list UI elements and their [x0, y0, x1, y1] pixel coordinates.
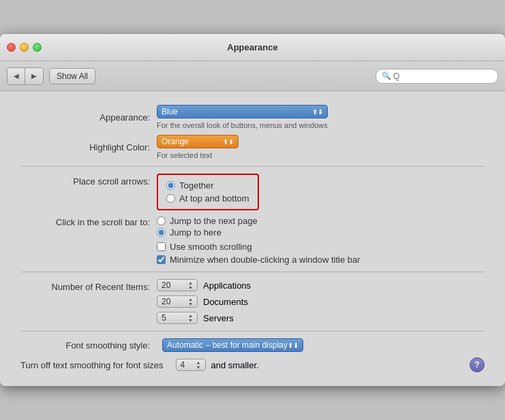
divider-1 — [20, 166, 485, 167]
appearance-controls: Blue ⬆⬇ For the overall look of buttons,… — [157, 105, 328, 129]
highlight-color-row: Highlight Color: Orange ⬆⬇ For selected … — [20, 135, 485, 159]
applications-value: 20 — [162, 280, 170, 290]
scroll-topbottom-label: At top and bottom — [179, 193, 249, 204]
text-smoothing-stepper[interactable]: 4 ▲ ▼ — [176, 359, 206, 371]
toolbar: ◀ ▶ Show All 🔍 — [0, 61, 505, 91]
main-window: Appearance ◀ ▶ Show All 🔍 Appearance: Bl… — [0, 34, 505, 386]
minimize-row: Minimize when double-clicking a window t… — [157, 255, 361, 265]
minimize-checkbox[interactable] — [157, 255, 166, 264]
minimize-section: Minimize when double-clicking a window t… — [157, 255, 485, 265]
applications-down-arrow: ▼ — [188, 285, 193, 290]
highlight-color-select[interactable]: Orange ⬆⬇ — [157, 135, 239, 148]
click-jump-here-radio[interactable] — [157, 228, 166, 237]
search-box[interactable]: 🔍 — [376, 69, 498, 84]
font-smoothing-arrow: ⬆⬇ — [288, 342, 299, 349]
servers-up-arrow: ▲ — [188, 313, 193, 318]
content-area: Appearance: Blue ⬆⬇ For the overall look… — [0, 91, 505, 386]
maximize-button[interactable] — [33, 43, 42, 52]
font-smoothing-row: Font smoothing style: Automatic – best f… — [20, 338, 485, 352]
recent-items-label: Number of Recent Items: — [20, 279, 157, 292]
click-jump-here-label: Jump to here — [170, 227, 221, 238]
highlight-color-label: Highlight Color: — [20, 142, 157, 152]
scroll-arrows-label: Place scroll arrows: — [20, 174, 157, 187]
servers-label: Servers — [203, 313, 234, 323]
text-smoothing-row: Turn off text smoothing for font sizes 4… — [20, 357, 485, 372]
text-smoothing-down-arrow: ▼ — [196, 365, 201, 370]
applications-up-arrow: ▲ — [188, 280, 193, 285]
highlight-hint: For selected text — [157, 151, 239, 159]
back-button[interactable]: ◀ — [7, 68, 25, 84]
click-next-page-label: Jump to the next page — [170, 216, 258, 226]
appearance-select[interactable]: Blue ⬆⬇ — [157, 105, 328, 118]
servers-down-arrow: ▼ — [188, 318, 193, 323]
scroll-topbottom-row: At top and bottom — [166, 193, 249, 204]
scroll-topbottom-radio[interactable] — [166, 194, 175, 203]
applications-stepper[interactable]: 20 ▲ ▼ — [157, 279, 198, 291]
appearance-label: Appearance: — [20, 112, 157, 123]
applications-label: Applications — [203, 280, 251, 291]
recent-items-row: Number of Recent Items: 20 ▲ ▼ Applicati… — [20, 279, 485, 324]
close-button[interactable] — [7, 43, 16, 52]
divider-3 — [20, 331, 485, 332]
click-scroll-options: Jump to the next page Jump to here — [157, 216, 258, 238]
font-smoothing-value: Automatic – best for main display — [167, 340, 288, 350]
text-smoothing-up-arrow: ▲ — [196, 360, 201, 365]
scroll-together-label: Together — [179, 180, 214, 191]
documents-down-arrow: ▼ — [188, 302, 193, 306]
text-smoothing-prefix: Turn off text smoothing for font sizes — [20, 360, 170, 370]
click-next-page-row: Jump to the next page — [157, 216, 258, 226]
scroll-together-row: Together — [166, 180, 249, 191]
documents-arrows: ▲ ▼ — [188, 297, 193, 306]
minimize-label: Minimize when double-clicking a window t… — [170, 255, 361, 265]
show-all-button[interactable]: Show All — [49, 68, 95, 84]
appearance-row: Appearance: Blue ⬆⬇ For the overall look… — [20, 105, 485, 129]
appearance-value: Blue — [162, 107, 178, 116]
scroll-arrows-section: Place scroll arrows: Together At top and… — [20, 174, 485, 210]
documents-stepper[interactable]: 20 ▲ ▼ — [157, 295, 198, 308]
traffic-lights — [7, 43, 42, 52]
smooth-scrolling-checkbox[interactable] — [157, 242, 166, 251]
appearance-arrow: ⬆⬇ — [312, 108, 323, 116]
documents-label: Documents — [203, 297, 248, 307]
highlight-controls: Orange ⬆⬇ For selected text — [157, 135, 239, 159]
documents-row: 20 ▲ ▼ Documents — [157, 295, 251, 308]
scroll-arrows-box: Together At top and bottom — [157, 174, 259, 210]
applications-arrows: ▲ ▼ — [188, 280, 193, 290]
recent-items-controls: 20 ▲ ▼ Applications 20 ▲ ▼ — [157, 279, 251, 324]
documents-up-arrow: ▲ — [188, 297, 193, 302]
servers-arrows: ▲ ▼ — [188, 313, 193, 323]
search-input[interactable] — [393, 71, 492, 81]
font-smoothing-select[interactable]: Automatic – best for main display ⬆⬇ — [162, 338, 303, 352]
click-scroll-section: Click in the scroll bar to: Jump to the … — [20, 216, 485, 238]
minimize-button[interactable] — [20, 43, 29, 52]
servers-stepper[interactable]: 5 ▲ ▼ — [157, 312, 198, 324]
click-jump-here-row: Jump to here — [157, 227, 258, 238]
highlight-color-value: Orange — [162, 137, 189, 146]
documents-value: 20 — [162, 297, 170, 306]
scroll-together-radio[interactable] — [166, 181, 175, 190]
text-smoothing-value: 4 — [181, 360, 185, 370]
servers-value: 5 — [162, 313, 166, 323]
font-smoothing-label: Font smoothing style: — [20, 340, 157, 351]
titlebar: Appearance — [0, 34, 505, 61]
forward-button[interactable]: ▶ — [25, 68, 43, 84]
smooth-scrolling-section: Use smooth scrolling — [157, 242, 485, 252]
smooth-scrolling-label: Use smooth scrolling — [170, 242, 252, 252]
applications-row: 20 ▲ ▼ Applications — [157, 279, 251, 291]
help-button[interactable]: ? — [470, 357, 485, 372]
click-next-page-radio[interactable] — [157, 216, 166, 225]
text-smoothing-arrows: ▲ ▼ — [196, 360, 201, 370]
text-smoothing-suffix: and smaller. — [211, 360, 259, 370]
window-title: Appearance — [227, 42, 277, 52]
appearance-hint: For the overall look of buttons, menus a… — [157, 121, 328, 129]
click-scroll-label: Click in the scroll bar to: — [20, 216, 157, 227]
search-icon: 🔍 — [382, 71, 391, 80]
nav-buttons: ◀ ▶ — [7, 67, 44, 85]
smooth-scrolling-row: Use smooth scrolling — [157, 242, 252, 252]
servers-row: 5 ▲ ▼ Servers — [157, 312, 251, 324]
highlight-arrow: ⬆⬇ — [223, 138, 234, 146]
divider-2 — [20, 272, 485, 272]
